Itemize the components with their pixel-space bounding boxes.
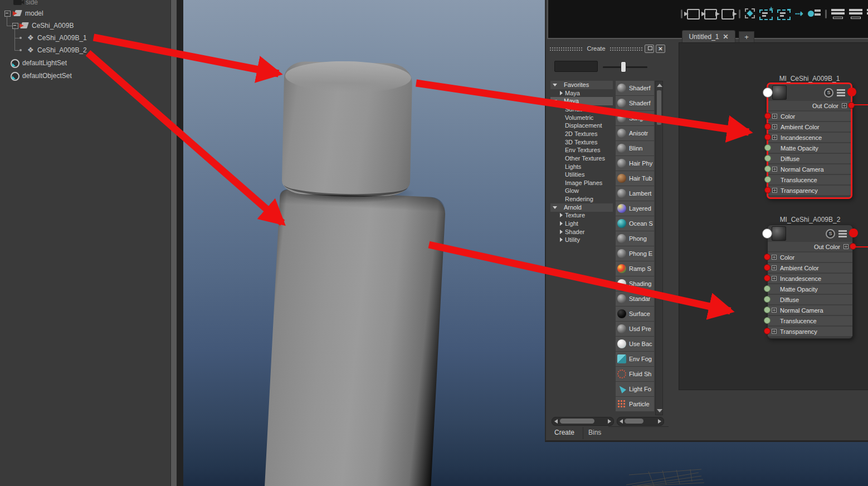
expand-plus-icon[interactable]: [772, 124, 777, 129]
node-row-out-color[interactable]: Out Color: [768, 101, 851, 110]
shader-item-anisotr[interactable]: Anisotr: [616, 126, 654, 140]
hscroll-thumb[interactable]: [625, 419, 643, 424]
shader-item-ocean-s[interactable]: Ocean S: [616, 216, 654, 231]
display-connected-icon[interactable]: [849, 8, 862, 19]
shader-item-env-fog[interactable]: Env Fog: [616, 352, 654, 366]
vscroll-thumb[interactable]: [657, 90, 661, 125]
ambient-color-port[interactable]: [764, 123, 771, 130]
shader-item-particle[interactable]: Particle: [616, 397, 654, 411]
outliner-item-model[interactable]: model: [0, 8, 170, 19]
category-light[interactable]: Light: [550, 220, 613, 228]
node-row-translucence[interactable]: Translucence: [768, 175, 851, 184]
output-port-red-icon[interactable]: [847, 88, 856, 96]
node-header[interactable]: S: [768, 225, 852, 242]
category-shader[interactable]: Shader: [550, 228, 613, 236]
transparency-port[interactable]: [764, 328, 771, 334]
shader-item-shaderf[interactable]: Shaderf: [616, 96, 654, 110]
category-maya[interactable]: Maya: [550, 89, 613, 98]
node-row-translucence[interactable]: Translucence: [768, 316, 852, 325]
expander-minus-icon[interactable]: [4, 11, 11, 17]
close-tab-icon[interactable]: ✕: [723, 33, 728, 41]
category-3d-textures[interactable]: 3D Textures: [550, 138, 613, 147]
hscroll-thumb[interactable]: [560, 419, 594, 424]
node-row-color[interactable]: Color: [768, 111, 851, 121]
color-port[interactable]: [764, 254, 771, 260]
close-panel-icon[interactable]: ✕: [656, 45, 665, 53]
category-lights[interactable]: Lights: [550, 163, 613, 171]
shader-hscrollbar[interactable]: [617, 417, 664, 426]
remove-nodes-from-graph-icon[interactable]: [777, 9, 791, 20]
shader-item-surface[interactable]: Surface: [616, 307, 654, 321]
icon-size-slider-handle[interactable]: [621, 61, 626, 72]
category-arnold[interactable]: Arnold: [550, 203, 613, 212]
bottle-body-mesh[interactable]: [262, 189, 446, 486]
connect-on-drop-icon[interactable]: ⇢: [795, 7, 803, 21]
ambient-color-port[interactable]: [764, 264, 771, 271]
scroll-right-icon[interactable]: [658, 419, 661, 424]
input-connections-icon[interactable]: [687, 9, 700, 20]
bottle-cap-mesh[interactable]: [282, 61, 413, 197]
translucence-port[interactable]: [764, 176, 771, 183]
category-favorites[interactable]: Favorites: [550, 81, 613, 89]
shader-item-phong[interactable]: Phong: [616, 231, 654, 246]
node-row-diffuse[interactable]: Diffuse: [768, 295, 852, 304]
incandescence-port[interactable]: [764, 134, 771, 140]
shading-group-badge-icon[interactable]: S: [824, 88, 833, 98]
category-displacement[interactable]: Displacement: [550, 122, 613, 130]
scroll-left-icon[interactable]: [620, 419, 623, 424]
collapse-triangle-icon[interactable]: [553, 206, 557, 209]
node-menu-icon[interactable]: [837, 89, 845, 96]
shader-item-fluid-sh[interactable]: Fluid Sh: [616, 367, 654, 381]
outliner-item-CeShi_A009B[interactable]: CeShi_A009B: [0, 20, 170, 31]
normal-camera-port[interactable]: [764, 307, 771, 313]
tab-create[interactable]: Create: [554, 429, 574, 436]
tab-untitled-1[interactable]: Untitled_1 ✕: [682, 30, 735, 42]
input-output-connections-icon[interactable]: [704, 9, 717, 20]
scroll-right-icon[interactable]: [608, 419, 611, 424]
diffuse-port[interactable]: [764, 296, 771, 303]
input-port-white-icon[interactable]: [763, 88, 773, 98]
node-row-incandescence[interactable]: Incandescence: [768, 274, 852, 283]
expand-plus-icon[interactable]: [772, 114, 777, 119]
node-row-color[interactable]: Color: [768, 252, 852, 262]
outliner-item-defaultLightSet[interactable]: defaultLightSet: [0, 57, 170, 69]
expand-plus-icon[interactable]: [772, 188, 777, 193]
expand-plus-icon[interactable]: [772, 167, 777, 172]
expand-plus-icon[interactable]: [772, 135, 777, 140]
category-other-textures[interactable]: Other Textures: [550, 154, 613, 163]
category-glow[interactable]: Glow: [550, 187, 613, 195]
node-row-ambient-color[interactable]: Ambient Color: [768, 122, 851, 132]
create-panel-titlebar[interactable]: Create ✕: [549, 43, 665, 54]
output-port-red-icon[interactable]: [849, 229, 858, 237]
expand-triangle-icon[interactable]: [560, 213, 563, 217]
node-row-diffuse[interactable]: Diffuse: [768, 154, 851, 163]
shader-search-input[interactable]: [554, 61, 598, 72]
output-connections-icon[interactable]: [721, 9, 734, 20]
shader-item-layered[interactable]: Layered: [616, 201, 654, 216]
shader-item-light-fo[interactable]: Light Fo: [616, 382, 654, 396]
node-row-transparency[interactable]: Transparency: [768, 186, 851, 195]
shader-item-ramp-s[interactable]: Ramp S: [616, 261, 654, 276]
expand-plus-icon[interactable]: [772, 308, 777, 313]
collapse-triangle-icon[interactable]: [553, 84, 557, 86]
diffuse-port[interactable]: [764, 155, 771, 162]
new-tab-button[interactable]: +: [739, 31, 754, 42]
node-row-normal-camera[interactable]: Normal Camera: [768, 164, 851, 174]
expand-plus-icon[interactable]: [772, 329, 777, 334]
input-port-white-icon[interactable]: [762, 229, 772, 239]
shader-item-standar[interactable]: Standar: [616, 291, 654, 306]
shader-item-stingra[interactable]: Stingra: [616, 111, 654, 125]
scroll-left-icon[interactable]: [554, 419, 558, 424]
category-hscrollbar[interactable]: [552, 417, 614, 426]
shader-item-use-bac[interactable]: Use Bac: [616, 337, 654, 351]
node-header[interactable]: S: [768, 84, 851, 101]
node-row-normal-camera[interactable]: Normal Camera: [768, 305, 852, 315]
shader-item-usd-pre[interactable]: Usd Pre: [616, 322, 654, 336]
outliner-item-side[interactable]: side: [0, 0, 170, 8]
node-row-transparency[interactable]: Transparency: [768, 327, 852, 336]
node-row-matte-opacity[interactable]: Matte Opacity: [768, 284, 852, 294]
expand-plus-icon[interactable]: [772, 255, 777, 260]
expand-plus-icon[interactable]: [843, 244, 849, 249]
collapse-triangle-icon[interactable]: [553, 100, 557, 103]
matte-opacity-port[interactable]: [764, 144, 771, 151]
